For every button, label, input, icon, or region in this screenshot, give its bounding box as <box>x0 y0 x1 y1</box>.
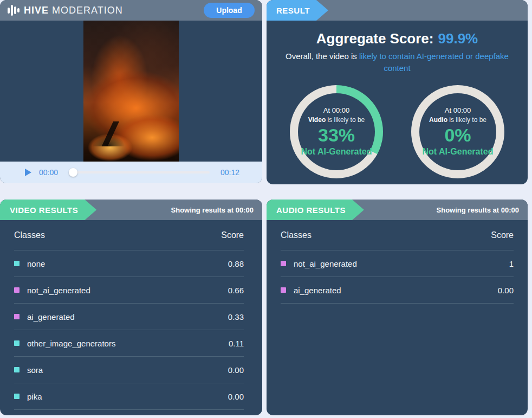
gauge-medium: Audio <box>429 116 447 124</box>
hive-bars-icon <box>8 4 20 16</box>
video-results-tab: VIDEO RESULTS <box>0 200 96 220</box>
audio-results-panel: AUDIO RESULTS Showing results at 00:00 C… <box>267 200 528 415</box>
table-row[interactable]: none0.88 <box>14 250 244 277</box>
aggregate-score-value: 99.9% <box>438 30 478 47</box>
classes-column-header: Classes <box>14 230 45 240</box>
class-score: 0.00 <box>228 365 244 375</box>
result-tab: RESULT <box>267 0 328 21</box>
class-color-bullet-icon <box>281 261 286 266</box>
class-score: 0.66 <box>228 286 244 295</box>
class-score: 0.33 <box>228 312 244 321</box>
result-header: RESULT <box>267 0 528 21</box>
table-row[interactable]: other_image_generators0.11 <box>14 330 244 357</box>
current-time: 00:00 <box>39 168 58 177</box>
class-score: 0.00 <box>228 392 244 401</box>
audio-results-rows: not_ai_generated1ai_generated0.00 <box>281 250 514 304</box>
audio-gauge: At 00:00 Audio is likely to be 0% Not AI… <box>411 85 504 185</box>
class-color-bullet-icon <box>14 314 20 319</box>
class-score: 0.00 <box>498 286 514 295</box>
class-score: 1 <box>509 259 514 268</box>
class-label: none <box>27 259 45 268</box>
showing-prefix: Showing results at <box>437 206 501 214</box>
classes-column-header: Classes <box>281 230 312 240</box>
gauge-verdict: Not AI-Generated <box>423 147 494 157</box>
upload-button[interactable]: Upload <box>204 3 255 18</box>
app-header: HIVEMODERATION Upload <box>0 0 262 21</box>
result-content: Aggregate Score:99.9% Overall, the video… <box>267 21 528 184</box>
video-results-rows: none0.88not_ai_generated0.66ai_generated… <box>14 250 244 410</box>
showing-prefix: Showing results at <box>171 206 236 214</box>
video-gauge-ring: At 00:00 Video is likely to be 33% Not A… <box>290 85 383 178</box>
gauge-time: At 00:00 <box>323 106 349 114</box>
showing-results-text: Showing results at 00:00 <box>171 206 262 214</box>
class-label: other_image_generators <box>27 339 115 348</box>
audio-gauge-inner: At 00:00 Audio is likely to be 0% Not AI… <box>419 93 496 170</box>
seek-track <box>69 171 210 173</box>
score-column-header: Score <box>491 230 514 240</box>
class-score: 0.11 <box>229 339 244 348</box>
class-color-bullet-icon <box>14 367 20 372</box>
class-label: pika <box>27 392 42 401</box>
class-color-bullet-icon <box>14 340 20 346</box>
gauge-time: At 00:00 <box>445 106 471 114</box>
class-color-bullet-icon <box>281 287 286 293</box>
gauge-medium: Video <box>308 116 326 124</box>
gauge-percent: 0% <box>444 125 471 146</box>
table-row[interactable]: ai_generated0.33 <box>14 304 244 330</box>
gauge-likely-text: is likely to be <box>326 116 365 124</box>
video-stage <box>0 21 262 162</box>
video-gauge-inner: At 00:00 Video is likely to be 33% Not A… <box>298 93 375 170</box>
table-row[interactable]: not_ai_generated1 <box>281 250 514 277</box>
result-panel: RESULT Aggregate Score:99.9% Overall, th… <box>267 0 528 184</box>
gauge-likely-text: is likely to be <box>447 116 486 124</box>
gauge-verdict: Not AI-Generated <box>301 147 372 157</box>
duration: 00:12 <box>220 168 239 177</box>
overall-prefix: Overall, the video is <box>286 52 359 61</box>
video-results-header: VIDEO RESULTS Showing results at 00:00 <box>0 200 262 220</box>
gauge-percent: 33% <box>318 125 355 146</box>
brand-moderation: MODERATION <box>52 5 123 16</box>
class-label: not_ai_generated <box>294 259 357 268</box>
table-row[interactable]: sora0.00 <box>14 357 244 383</box>
gauge-likely: Video is likely to be <box>308 116 365 124</box>
seek-knob[interactable] <box>69 168 77 177</box>
video-thumbnail[interactable] <box>83 21 179 162</box>
showing-time: 00:00 <box>236 206 254 214</box>
class-color-bullet-icon <box>14 261 20 266</box>
audio-results-table: Classes Score not_ai_generated1ai_genera… <box>267 220 528 415</box>
gauge-likely: Audio is likely to be <box>429 116 486 124</box>
aggregate-score: Aggregate Score:99.9% <box>277 30 517 47</box>
score-column-header: Score <box>221 230 244 240</box>
audio-gauge-ring: At 00:00 Audio is likely to be 0% Not AI… <box>411 85 504 178</box>
table-header-row: Classes Score <box>281 220 514 250</box>
class-label: not_ai_generated <box>27 286 90 295</box>
class-label: ai_generated <box>27 312 75 321</box>
overall-highlight: likely to contain AI-generated or deepfa… <box>359 52 509 73</box>
video-player-panel: HIVEMODERATION Upload 00:00 00:12 <box>0 0 262 183</box>
table-header-row: Classes Score <box>14 220 244 250</box>
audio-results-tab: AUDIO RESULTS <box>267 200 364 220</box>
class-label: ai_generated <box>294 286 341 295</box>
play-icon[interactable] <box>25 169 31 176</box>
overall-verdict: Overall, the video is likely to contain … <box>277 50 517 74</box>
video-player-controls: 00:00 00:12 <box>0 162 262 183</box>
showing-time: 00:00 <box>501 206 519 214</box>
hive-logo: HIVEMODERATION <box>0 4 123 16</box>
video-results-panel: VIDEO RESULTS Showing results at 00:00 C… <box>0 200 262 415</box>
gauges: At 00:00 Video is likely to be 33% Not A… <box>277 85 517 185</box>
video-results-table: Classes Score none0.88not_ai_generated0.… <box>0 220 262 415</box>
table-row[interactable]: pika0.00 <box>14 383 244 410</box>
video-gauge: At 00:00 Video is likely to be 33% Not A… <box>290 85 383 185</box>
brand-hive: HIVE <box>24 5 49 16</box>
table-row[interactable]: not_ai_generated0.66 <box>14 277 244 304</box>
audio-results-header: AUDIO RESULTS Showing results at 00:00 <box>267 200 528 220</box>
class-color-bullet-icon <box>14 394 20 399</box>
aggregate-score-label: Aggregate Score: <box>316 30 434 47</box>
showing-results-text: Showing results at 00:00 <box>437 206 528 214</box>
class-label: sora <box>27 365 43 375</box>
class-score: 0.88 <box>228 259 244 268</box>
hive-moderation-app: HIVEMODERATION Upload 00:00 00:12 RESULT… <box>0 0 532 418</box>
seek-slider[interactable] <box>69 168 210 177</box>
table-row[interactable]: ai_generated0.00 <box>281 277 514 304</box>
class-color-bullet-icon <box>14 287 20 293</box>
